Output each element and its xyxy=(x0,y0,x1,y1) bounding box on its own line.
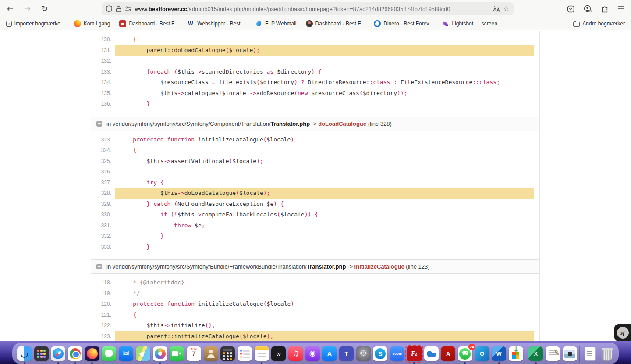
line-number: 328. xyxy=(91,188,115,199)
code-text: protected function initializeCatalogue($… xyxy=(115,134,534,145)
code-segment: $directory xyxy=(260,79,294,85)
bookmark-label: importer bogmærke... xyxy=(14,21,65,27)
dock-contacts[interactable] xyxy=(204,346,218,361)
code-segment: $locale xyxy=(239,190,263,196)
dock-preview-image[interactable] xyxy=(563,346,577,361)
apple-tv-label: tv xyxy=(271,346,286,361)
symfony-logo-icon: sf xyxy=(617,327,629,339)
bookmark-item[interactable]: importer bogmærke... xyxy=(6,21,65,27)
dock-app-store[interactable]: A xyxy=(322,346,337,361)
maps-icon xyxy=(136,346,150,361)
code-segment: file_exists xyxy=(219,79,256,85)
dock-launchpad[interactable] xyxy=(34,346,49,361)
dock-document-stack[interactable] xyxy=(582,346,597,361)
account-icon[interactable] xyxy=(584,5,592,13)
code-segment: )) { xyxy=(305,211,318,218)
lock-icon[interactable] xyxy=(116,6,121,12)
dock-acrobat[interactable]: A xyxy=(441,346,455,361)
bookmarks-bar: importer bogmærke...Kom i gangDashboard … xyxy=(0,18,631,30)
bookmark-star-icon[interactable]: ☆ xyxy=(503,5,509,13)
running-indicator xyxy=(24,362,25,364)
photos-icon xyxy=(153,346,167,361)
code-segment: foreach ( xyxy=(119,68,177,75)
ms-installer-icon xyxy=(509,346,523,361)
dock-skype[interactable]: S xyxy=(373,346,387,361)
dock-calendar[interactable]: JUN7 xyxy=(187,346,201,361)
dock-teams[interactable]: T xyxy=(339,346,354,361)
app-store-icon: A xyxy=(322,346,337,361)
app-store-label: A xyxy=(322,346,337,361)
calendar-icon: JUN7 xyxy=(187,346,201,361)
translate-icon[interactable] xyxy=(493,6,500,12)
code-segment: ( xyxy=(277,211,280,218)
bookmark-label: Dinero - Best Forev... xyxy=(383,21,433,27)
back-icon[interactable]: ← xyxy=(7,5,14,13)
acrobat-icon: A xyxy=(441,346,455,361)
dock-apple-tv[interactable]: tv xyxy=(271,346,286,361)
dock-music[interactable] xyxy=(288,346,303,361)
permissions-icon[interactable] xyxy=(125,6,131,11)
code-segment: { xyxy=(119,147,136,153)
code-line: 132. xyxy=(91,56,539,67)
dock-finder[interactable] xyxy=(17,346,32,361)
bookmark-item[interactable]: Kom i gang xyxy=(74,20,110,27)
code-segment: computeFallbackLocales xyxy=(202,211,277,218)
bookmark-item[interactable]: Dinero - Best Forev... xyxy=(374,20,433,27)
code-segment: */ xyxy=(119,290,140,297)
code-segment: doLoadCatalogue xyxy=(184,190,236,196)
line-number: 130. xyxy=(91,34,115,45)
url-bar[interactable]: www.bestforever.cc/admin5015/index.php/m… xyxy=(102,2,514,15)
dock-system-settings[interactable] xyxy=(356,346,371,361)
code-line: 134. $resourceClass = file_exists($direc… xyxy=(91,77,539,88)
bookmark-item[interactable]: Lightshot — screen... xyxy=(442,20,501,27)
menu-icon[interactable] xyxy=(618,6,625,12)
code-segment: ( xyxy=(236,190,239,196)
dock-zoom[interactable]: zoom xyxy=(390,346,404,361)
code-line: 119. */ xyxy=(91,288,539,299)
reload-icon[interactable]: ↻ xyxy=(41,5,48,13)
dock-messages[interactable] xyxy=(102,346,116,361)
dock-ms-installer[interactable] xyxy=(509,346,523,361)
dock-notes[interactable] xyxy=(255,346,269,361)
code-segment: $directory xyxy=(363,90,397,96)
dashboard-dark-icon xyxy=(306,20,313,27)
code-line: 333. } xyxy=(91,242,539,253)
dock-calculator[interactable] xyxy=(220,346,235,361)
dock-whatsapp[interactable]: 24 xyxy=(458,346,472,361)
dock-onedrive[interactable] xyxy=(424,346,439,361)
code-text: $this->assertValidLocale($locale); xyxy=(115,156,534,167)
forward-icon[interactable]: → xyxy=(24,5,31,13)
dock-chrome[interactable] xyxy=(68,346,82,361)
symfony-toolbar-toggle[interactable]: sf xyxy=(614,324,631,341)
dock-photos[interactable] xyxy=(153,346,167,361)
dock-maps[interactable] xyxy=(136,346,150,361)
dock-filezilla[interactable]: Fz xyxy=(407,346,422,361)
dock-mail[interactable] xyxy=(119,346,133,361)
running-indicator xyxy=(535,362,537,364)
bookmark-item[interactable]: Webshipper - Best ... xyxy=(188,20,246,27)
bookmark-item[interactable]: FLP Webmail xyxy=(255,20,297,27)
line-number: 121. xyxy=(91,310,115,321)
other-bookmarks-button[interactable]: Andre bogmærker xyxy=(573,21,625,27)
pocket-icon[interactable] xyxy=(567,5,574,13)
dock-textedit[interactable] xyxy=(546,346,560,361)
dock-excel[interactable]: X xyxy=(528,346,543,361)
dock-word[interactable]: W xyxy=(492,346,506,361)
dock-facetime[interactable] xyxy=(170,346,184,361)
shield-icon[interactable] xyxy=(106,5,112,12)
dock-safari[interactable] xyxy=(51,346,65,361)
dock-firefox[interactable] xyxy=(85,346,99,361)
dock-trash[interactable] xyxy=(599,346,614,361)
code-text: } catch (NotFoundResourceException $e) { xyxy=(115,199,534,210)
bookmark-item[interactable]: Dashboard · Best F... xyxy=(119,20,178,27)
dock-outlook[interactable]: O xyxy=(475,346,489,361)
collapse-toggle-icon[interactable] xyxy=(96,264,102,269)
code-segment: { xyxy=(119,36,136,42)
bookmark-item[interactable]: Dashboard · Best F... xyxy=(306,20,365,27)
url-text[interactable]: www.bestforever.cc/admin5015/index.php/m… xyxy=(135,6,489,12)
dock-podcasts[interactable] xyxy=(305,346,320,361)
dock-reminders[interactable] xyxy=(238,346,252,361)
extensions-icon[interactable] xyxy=(601,5,609,13)
collapse-toggle-icon[interactable] xyxy=(96,121,102,127)
code-segment: DirectoryResource xyxy=(308,79,366,85)
